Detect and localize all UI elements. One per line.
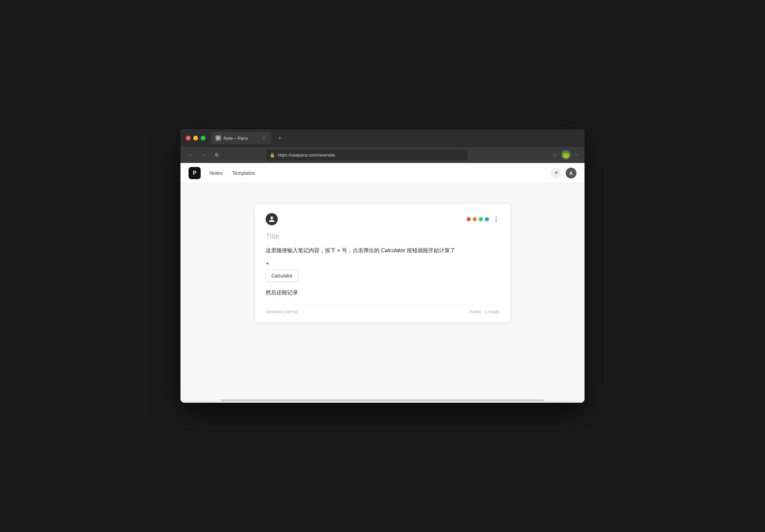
calculator-button[interactable]: Calculator xyxy=(266,270,298,281)
star-icon[interactable]: ☆ xyxy=(553,152,557,158)
app-logo[interactable]: P xyxy=(189,167,201,179)
traffic-lights xyxy=(186,136,205,140)
nav-templates[interactable]: Templates xyxy=(231,168,256,178)
public-status: Public · 1 reads xyxy=(469,309,499,314)
dot-green[interactable] xyxy=(479,217,483,221)
nav-links: Notes Templates xyxy=(209,168,256,178)
address-right: ☆ 🐸 ··· xyxy=(553,150,579,160)
tab-favicon: P xyxy=(215,135,221,141)
note-actions: ⋮ xyxy=(467,215,499,223)
scrollbar-thumb[interactable] xyxy=(221,399,544,401)
unsaved-status: Unsaved (ctrl+s) xyxy=(266,309,298,314)
note-footer: Unsaved (ctrl+s) Public · 1 reads xyxy=(266,305,499,314)
app-navbar: P Notes Templates + A xyxy=(180,163,585,183)
dot-blue[interactable] xyxy=(485,217,489,221)
new-tab-button[interactable]: + xyxy=(275,133,285,143)
more-options-icon[interactable]: ··· xyxy=(575,152,579,158)
plus-button[interactable]: + xyxy=(266,260,499,267)
scrollbar-area[interactable] xyxy=(180,399,585,403)
nav-right: + A xyxy=(551,168,576,178)
close-button[interactable] xyxy=(186,136,191,140)
reload-button[interactable]: ↻ xyxy=(213,151,221,160)
forward-button[interactable]: → xyxy=(199,151,209,159)
browser-window: P Note – Parsr × + ← → ↻ 🔒 https://usepa… xyxy=(180,129,585,403)
extension-avatar[interactable]: 🐸 xyxy=(561,150,571,160)
url-bar[interactable]: 🔒 https://useparsr.com/newnote xyxy=(266,149,468,160)
color-dots[interactable] xyxy=(467,217,489,221)
tab-title: Note – Parsr xyxy=(224,136,259,141)
url-text: https://useparsr.com/newnote xyxy=(278,153,335,158)
main-content: ⋮ Title 这里随便输入笔记内容，按下 + 号，点击弹出的 Calculat… xyxy=(180,183,585,399)
note-header: ⋮ xyxy=(266,213,499,225)
note-body[interactable]: 这里随便输入笔记内容，按下 + 号，点击弹出的 Calculator 按钮就能开… xyxy=(266,246,499,255)
dot-orange[interactable] xyxy=(473,217,477,221)
title-bar: P Note – Parsr × + xyxy=(180,129,585,147)
back-button[interactable]: ← xyxy=(186,151,195,159)
lock-icon: 🔒 xyxy=(270,153,275,158)
address-bar: ← → ↻ 🔒 https://useparsr.com/newnote ☆ 🐸… xyxy=(180,147,585,163)
dot-red[interactable] xyxy=(467,217,471,221)
tab-close-button[interactable]: × xyxy=(261,135,267,141)
add-note-button[interactable]: + xyxy=(551,168,562,178)
user-avatar[interactable]: A xyxy=(566,168,576,178)
more-options-button[interactable]: ⋮ xyxy=(493,215,499,223)
note-title[interactable]: Title xyxy=(266,232,499,241)
minimize-button[interactable] xyxy=(193,136,198,140)
nav-notes[interactable]: Notes xyxy=(209,168,223,178)
author-avatar xyxy=(266,213,278,225)
note-card: ⋮ Title 这里随便输入笔记内容，按下 + 号，点击弹出的 Calculat… xyxy=(255,203,510,323)
browser-tab[interactable]: P Note – Parsr × xyxy=(211,132,271,144)
maximize-button[interactable] xyxy=(201,136,205,140)
person-icon xyxy=(268,216,275,223)
note-body-2[interactable]: 然后还能记录 xyxy=(266,288,499,297)
